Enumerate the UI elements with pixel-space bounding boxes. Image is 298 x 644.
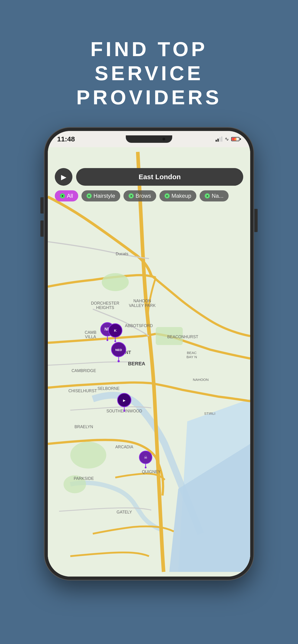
filter-brows-icon: ✦ (129, 193, 134, 198)
svg-text:☠: ☠ (144, 455, 147, 460)
svg-text:K: K (114, 329, 117, 333)
svg-text:PARKSIDE: PARKSIDE (74, 476, 94, 481)
svg-text:BEREA: BEREA (128, 361, 145, 366)
status-time: 11:48 (57, 135, 75, 143)
location-bar: ▶ East London (48, 168, 250, 186)
location-arrow-icon: ▶ (61, 173, 66, 181)
filter-hairstyle-icon: ✦ (87, 193, 92, 198)
signal-icon (216, 136, 222, 142)
status-icons: ∿ ⚡ (216, 136, 241, 142)
svg-text:ARCADIA: ARCADIA (115, 445, 133, 450)
svg-text:VILLA: VILLA (85, 335, 96, 340)
svg-point-46 (123, 410, 125, 412)
svg-point-38 (114, 340, 116, 342)
filter-nails-label: Na... (212, 193, 223, 199)
svg-text:Ducats: Ducats (116, 252, 129, 256)
svg-point-50 (145, 467, 147, 468)
svg-text:▶: ▶ (123, 399, 126, 402)
power-button (254, 209, 258, 232)
filter-all-icon: ✦ (60, 193, 65, 198)
filter-makeup-label: Makeup (171, 193, 191, 199)
svg-text:NED: NED (115, 348, 122, 352)
svg-text:BEACONHURST: BEACONHURST (167, 335, 198, 340)
filter-nails-icon: ✦ (205, 193, 210, 198)
filter-all[interactable]: ✦ All (55, 190, 78, 202)
filter-all-label: All (67, 193, 73, 199)
svg-text:BEAC: BEAC (187, 351, 197, 355)
filter-brows-label: Brows (136, 193, 151, 199)
hero-section: FIND TOP SERVICE PROVIDERS (76, 0, 222, 109)
battery-icon: ⚡ (231, 137, 241, 141)
phone-screen: 11:48 ∿ ⚡ (45, 128, 253, 580)
location-label: East London (139, 173, 181, 181)
wifi-icon: ∿ (225, 136, 229, 142)
filter-makeup[interactable]: ✦ Makeup (159, 190, 196, 202)
svg-text:HEIGHTS: HEIGHTS (96, 306, 114, 310)
filter-hairstyle[interactable]: ✦ Hairstyle (82, 190, 120, 202)
volume-down-button (40, 220, 44, 237)
filter-bar: ✦ All ✦ Hairstyle ✦ Brows ✦ Makeup ✦ N (48, 190, 250, 202)
svg-text:QUIGNEY: QUIGNEY (142, 470, 161, 474)
svg-text:STIRLI: STIRLI (204, 412, 215, 416)
svg-text:CAMB: CAMB (85, 330, 96, 335)
svg-text:DORCHESTER: DORCHESTER (91, 301, 119, 306)
svg-text:SELBORNE: SELBORNE (98, 386, 120, 391)
svg-text:VALLEY PARK: VALLEY PARK (129, 303, 156, 308)
map-svg: DORCHESTER HEIGHTS NAHOON VALLEY PARK AB… (48, 147, 250, 576)
volume-up-button (40, 197, 44, 214)
svg-text:CHISELHURST: CHISELHURST (69, 388, 97, 393)
svg-point-4 (70, 442, 106, 468)
svg-text:NAHOON: NAHOON (133, 299, 151, 304)
filter-hairstyle-label: Hairstyle (94, 193, 115, 199)
svg-text:ABBOTSFORD: ABBOTSFORD (125, 324, 153, 328)
map-area[interactable]: DORCHESTER HEIGHTS NAHOON VALLEY PARK AB… (48, 147, 250, 576)
svg-text:BRAELYN: BRAELYN (75, 424, 93, 429)
location-button[interactable]: ▶ (55, 168, 72, 186)
svg-text:CAMBRIDGE: CAMBRIDGE (72, 368, 96, 373)
status-bar: 11:48 ∿ ⚡ (48, 131, 250, 147)
svg-text:BAY N: BAY N (187, 355, 197, 359)
filter-brows[interactable]: ✦ Brows (123, 190, 156, 202)
phone-mockup: 11:48 ∿ ⚡ (45, 128, 253, 580)
location-pill[interactable]: East London (76, 168, 243, 186)
filter-makeup-icon: ✦ (165, 193, 170, 198)
svg-point-34 (107, 340, 108, 341)
filter-nails[interactable]: ✦ Na... (200, 190, 229, 202)
svg-point-3 (102, 273, 129, 292)
svg-text:NAHOON: NAHOON (193, 378, 209, 382)
hero-title: FIND TOP SERVICE PROVIDERS (76, 37, 222, 109)
svg-text:GATELY: GATELY (117, 510, 132, 514)
svg-point-42 (117, 360, 120, 362)
